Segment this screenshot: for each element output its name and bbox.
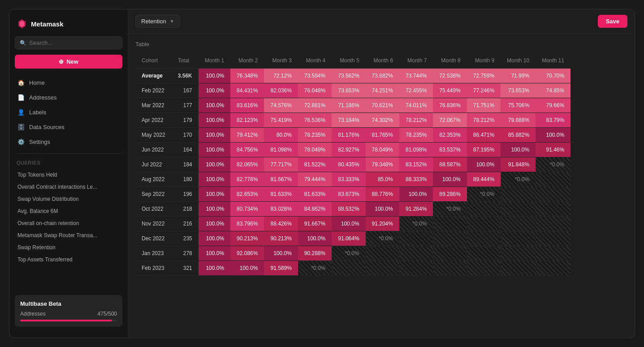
- cell-month: 81.522%: [298, 157, 332, 172]
- cell-month: 83.028%: [264, 202, 298, 217]
- cell-month: [433, 231, 467, 246]
- nav-items: 🏠 Home 📄 Addresses 👤 Labels 🗄️ Data Sour…: [9, 76, 128, 149]
- cell-month: 86.471%: [467, 128, 501, 143]
- home-icon: 🏠: [17, 79, 25, 86]
- chevron-down-icon: ▼: [170, 19, 174, 24]
- cell-cohort: Feb 2023: [135, 261, 172, 276]
- search-box[interactable]: 🔍: [15, 36, 122, 49]
- table-row: Nov 2022216100.0%83.796%88.426%91.667%10…: [135, 217, 571, 231]
- table-row: Apr 2022179100.0%82.123%75.419%76.536%73…: [135, 113, 571, 128]
- cell-month: 81.667%: [264, 172, 298, 187]
- nav-item-addresses[interactable]: 📄 Addresses: [13, 91, 124, 104]
- cell-month: 74.302%: [366, 113, 399, 128]
- query-item-5[interactable]: Metamask Swap Router Transa...: [13, 230, 124, 241]
- addresses-icon: 📄: [17, 94, 25, 101]
- table-container[interactable]: Table Cohort Total Month 1 Month 2 Month…: [128, 34, 635, 338]
- nav-item-labels[interactable]: 👤 Labels: [13, 105, 124, 119]
- col-month4: Month 4: [298, 53, 332, 69]
- cell-month: 83.796%: [230, 217, 264, 231]
- cell-month: *0.0%: [298, 261, 332, 276]
- cell-month: 91.064%: [332, 231, 365, 246]
- cell-month: 77.717%: [264, 157, 298, 172]
- query-item-3[interactable]: Avg. Balance 6M: [13, 205, 124, 217]
- app-title: Metamask: [31, 20, 64, 28]
- cell-total: 3.56K: [172, 69, 199, 83]
- cell-total: 180: [172, 172, 199, 187]
- save-button[interactable]: Save: [598, 15, 627, 28]
- cell-month: 85.882%: [501, 128, 536, 143]
- cell-month: 89.286%: [433, 187, 467, 202]
- cell-month: [536, 187, 571, 202]
- table-row: Aug 2022180100.0%82.778%81.667%79.444%83…: [135, 172, 571, 187]
- cell-month: 100.0%: [399, 187, 433, 202]
- cell-month: 73.744%: [399, 69, 433, 83]
- nav-item-settings[interactable]: ⚙️ Settings: [13, 135, 124, 149]
- table-row: May 2022170100.0%79.412%80.0%78.235%81.1…: [135, 128, 571, 143]
- query-item-6[interactable]: Swap Retention: [13, 242, 124, 253]
- cell-total: 278: [172, 246, 199, 261]
- cell-month: 100.0%: [433, 172, 467, 187]
- new-button[interactable]: ⊕ New: [15, 55, 122, 69]
- cell-month: 83.616%: [230, 98, 264, 113]
- settings-icon: ⚙️: [17, 139, 25, 145]
- cell-month: 91.589%: [264, 261, 298, 276]
- cell-month: 71.186%: [332, 98, 365, 113]
- cell-month: [366, 261, 399, 276]
- cell-month: 100.0%: [199, 98, 230, 113]
- cell-month: [501, 217, 536, 231]
- retention-dropdown[interactable]: Retention ▼: [135, 15, 180, 28]
- cell-month: [366, 246, 399, 261]
- sidebar-divider: [15, 153, 122, 154]
- cell-month: 81.633%: [298, 187, 332, 202]
- cell-month: *0.0%: [467, 187, 501, 202]
- cell-month: *0.0%: [536, 157, 571, 172]
- col-total: Total: [172, 53, 199, 69]
- cell-month: [433, 246, 467, 261]
- col-month9: Month 9: [467, 53, 501, 69]
- cell-cohort: Jan 2023: [135, 246, 172, 261]
- nav-item-home[interactable]: 🏠 Home: [13, 76, 124, 90]
- cell-month: [501, 202, 536, 217]
- query-item-1[interactable]: Overall Contract interactions Le...: [13, 181, 124, 193]
- cell-month: *0.0%: [433, 202, 467, 217]
- cell-month: 73.184%: [332, 113, 365, 128]
- cell-month: 100.0%: [199, 83, 230, 98]
- cell-month: 90.288%: [298, 246, 332, 261]
- query-item-7[interactable]: Top Assets Transferred: [13, 254, 124, 265]
- cell-month: 84.756%: [230, 143, 264, 157]
- table-row: Sep 2022196100.0%82.653%81.633%81.633%83…: [135, 187, 571, 202]
- beta-row: Addresses 475/500: [20, 311, 117, 317]
- cell-total: 321: [172, 261, 199, 276]
- cell-month: 80.0%: [264, 128, 298, 143]
- nav-item-data-sources[interactable]: 🗄️ Data Sources: [13, 120, 124, 134]
- cell-month: 88.426%: [264, 217, 298, 231]
- cell-month: 81.098%: [264, 143, 298, 157]
- cell-month: 70.70%: [536, 69, 571, 83]
- cell-month: 71.99%: [501, 69, 536, 83]
- cell-month: 78.212%: [467, 113, 501, 128]
- query-item-2[interactable]: Swap Volume Distribution: [13, 193, 124, 205]
- cell-month: 100.0%: [264, 246, 298, 261]
- cell-total: 216: [172, 217, 199, 231]
- col-month11: Month 11: [536, 53, 571, 69]
- cell-month: 82.036%: [264, 83, 298, 98]
- cell-month: 83.152%: [399, 157, 433, 172]
- query-item-4[interactable]: Overall on-chain retention: [13, 217, 124, 229]
- search-input[interactable]: [29, 39, 117, 46]
- cell-month: 100.0%: [199, 217, 230, 231]
- cell-cohort: Aug 2022: [135, 172, 172, 187]
- cell-month: 72.12%: [264, 69, 298, 83]
- cell-month: *0.0%: [501, 172, 536, 187]
- cell-cohort: Feb 2022: [135, 83, 172, 98]
- query-item-0[interactable]: Top Tokens Held: [13, 169, 124, 181]
- cell-month: [536, 172, 571, 187]
- cell-cohort: Sep 2022: [135, 187, 172, 202]
- cell-month: 70.621%: [366, 98, 399, 113]
- cell-month: 91.667%: [298, 217, 332, 231]
- cell-month: 79.888%: [501, 113, 536, 128]
- cell-month: 88.776%: [366, 187, 399, 202]
- cell-month: 74.576%: [264, 98, 298, 113]
- cell-cohort: May 2022: [135, 128, 172, 143]
- cell-month: [467, 202, 501, 217]
- table-row: Jul 2022184100.0%82.065%77.717%81.522%80…: [135, 157, 571, 172]
